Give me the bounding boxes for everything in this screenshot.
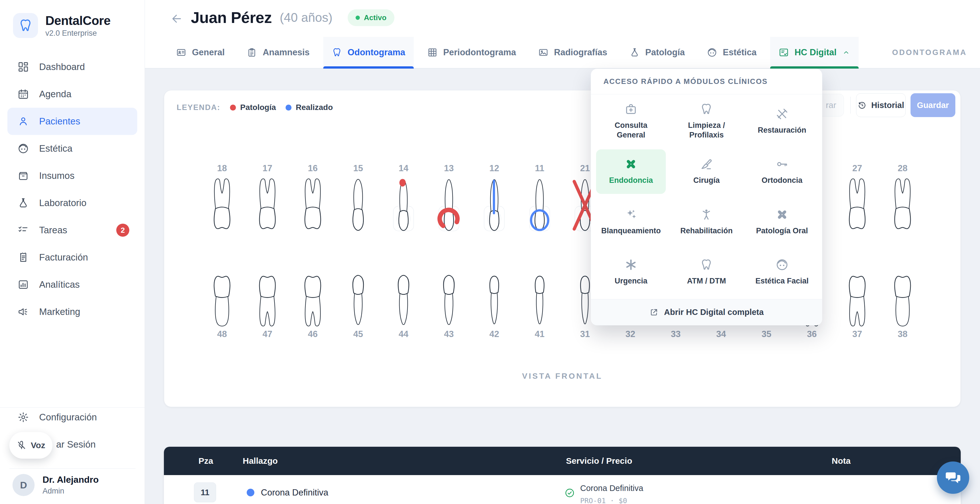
chat-icon xyxy=(945,469,962,486)
module-urgencia[interactable]: Urgencia xyxy=(596,250,666,295)
external-icon xyxy=(649,308,659,317)
asterisk-icon xyxy=(624,258,638,271)
legend-label: LEYENDA: xyxy=(177,103,220,112)
legend-dot xyxy=(286,105,291,111)
module-ortodoncia[interactable]: Ortodoncia xyxy=(747,149,817,194)
tooth-15[interactable]: 15 xyxy=(336,163,381,242)
tab-hc_digital[interactable]: HC Digital xyxy=(770,37,859,68)
tooth-45[interactable]: 45 xyxy=(336,262,381,342)
module-consulta-general[interactable]: Consulta General xyxy=(596,99,666,144)
sidebar-item-agenda[interactable]: Agenda xyxy=(7,81,137,108)
tab-general[interactable]: General xyxy=(168,37,233,68)
tooth-16[interactable]: 16 xyxy=(290,163,336,242)
dashboard-icon xyxy=(18,61,29,73)
mic-off-icon xyxy=(16,440,27,450)
voice-toggle-pill[interactable]: Voz xyxy=(10,432,52,459)
tooth-43[interactable]: 43 xyxy=(426,262,472,342)
quick-access-dropdown: ACCESO RÁPIDO A MÓDULOS CLÍNICOS Consult… xyxy=(591,68,822,326)
sidebar-item-tareas[interactable]: Tareas2 xyxy=(7,216,137,244)
chat-fab-button[interactable] xyxy=(937,461,969,494)
tab-radiografias[interactable]: Radiografías xyxy=(530,37,616,68)
tooth-icon xyxy=(18,18,33,33)
tooth-13[interactable]: 13 xyxy=(426,163,472,242)
sidebar-item-marketing[interactable]: Marketing xyxy=(7,298,137,326)
tab-estetica[interactable]: Estética xyxy=(698,37,765,68)
module-blanqueamiento[interactable]: Blanqueamiento xyxy=(596,200,666,244)
sidebar-item-facturacion[interactable]: Facturación xyxy=(7,244,137,271)
module-atm-dtm[interactable]: ATM / DTM xyxy=(671,250,741,295)
sidebar-item-configuracion[interactable]: Configuración xyxy=(7,404,137,431)
tooth-42[interactable]: 42 xyxy=(472,262,517,342)
checklist-icon xyxy=(18,224,29,236)
historial-button[interactable]: Historial xyxy=(856,93,906,117)
back-button[interactable] xyxy=(168,10,185,27)
person-icon xyxy=(700,208,713,221)
patient-name: Juan Pérez xyxy=(191,8,272,27)
open-hc-digital-link[interactable]: Abrir HC Digital completa xyxy=(591,299,822,325)
tooth-number: 34 xyxy=(716,329,726,342)
tooth-46[interactable]: 46 xyxy=(290,262,336,342)
tooth-41[interactable]: 41 xyxy=(517,262,562,342)
tooth-37[interactable]: 37 xyxy=(835,262,880,342)
sidebar-item-label: Analíticas xyxy=(39,279,80,290)
module-label: Ortodoncia xyxy=(758,176,807,185)
megaphone-icon xyxy=(18,306,29,318)
tools-icon xyxy=(776,107,789,121)
module-restauraci-n[interactable]: Restauración xyxy=(747,99,817,144)
tooth-17[interactable]: 17 xyxy=(245,163,290,242)
legend-dot xyxy=(230,105,236,111)
module-limpieza-profilaxis[interactable]: Limpieza / Profilaxis xyxy=(671,99,741,144)
tab-anamnesis[interactable]: Anamnesis xyxy=(238,37,318,68)
quick-access-grid: Consulta GeneralLimpieza / ProfilaxisRes… xyxy=(591,94,822,299)
module-cell: Consulta General xyxy=(593,96,669,146)
tooth-icon xyxy=(700,258,713,271)
tooth-47[interactable]: 47 xyxy=(245,262,290,342)
tooth-number: 27 xyxy=(853,163,862,176)
tooth-11[interactable]: 11 xyxy=(517,163,562,242)
sidebar-bottom: Configuración xyxy=(7,404,137,431)
module-est-tica-facial[interactable]: Estética Facial xyxy=(747,250,817,295)
sidebar-item-logout-partial[interactable]: ar Sesión xyxy=(56,439,95,450)
module-cirug-a[interactable]: Cirugía xyxy=(671,149,741,194)
module-endodoncia[interactable]: Endodoncia xyxy=(596,149,666,194)
logo-tooth-icon xyxy=(13,13,38,38)
user-profile[interactable]: D Dr. Alejandro Admin xyxy=(13,474,99,496)
sidebar-item-laboratorio[interactable]: Laboratorio xyxy=(7,189,137,216)
tooth-48[interactable]: 48 xyxy=(199,262,245,342)
guardar-button[interactable]: Guardar xyxy=(910,93,955,117)
legend-item: Realizado xyxy=(286,103,333,112)
tooth-27[interactable]: 27 xyxy=(835,163,880,242)
tab-odontograma[interactable]: Odontograma xyxy=(323,37,414,68)
sidebar-item-analiticas[interactable]: Analíticas xyxy=(7,271,137,298)
clipboard-icon xyxy=(247,47,257,57)
sidebar-item-pacientes[interactable]: Pacientes xyxy=(7,108,137,135)
tooth-number: 32 xyxy=(625,329,635,342)
sidebar-item-label: Tareas xyxy=(39,225,67,235)
flask-icon xyxy=(18,197,29,208)
sidebar-item-insumos[interactable]: Insumos xyxy=(7,162,137,189)
sidebar: DentalCore v2.0 Enterprise DashboardAgen… xyxy=(0,0,145,504)
tooth-18[interactable]: 18 xyxy=(199,163,245,242)
pza-chip: 11 xyxy=(194,482,216,502)
chevron-up-icon xyxy=(842,48,850,56)
app-title: DentalCore xyxy=(45,14,111,28)
bandaids-icon xyxy=(624,157,638,171)
table-row[interactable]: 11Corona DefinitivaCorona DefinitivaPRO-… xyxy=(164,475,961,504)
tooth-44[interactable]: 44 xyxy=(381,262,426,342)
tooth-number: 33 xyxy=(671,329,681,342)
tooth-number: 14 xyxy=(399,163,408,176)
module-rehabilitaci-n[interactable]: Rehabilitación xyxy=(671,200,741,244)
receipt-icon xyxy=(18,252,29,263)
tabs-bar: GeneralAnamnesisOdontogramaPeriodontogra… xyxy=(145,37,980,68)
tooth-28[interactable]: 28 xyxy=(880,163,925,242)
sidebar-item-label: Estética xyxy=(39,143,72,154)
tooth-14[interactable]: 14 xyxy=(381,163,426,242)
tab-periodontograma[interactable]: Periodontograma xyxy=(419,37,525,68)
tooth-38[interactable]: 38 xyxy=(880,262,925,342)
sidebar-item-dashboard[interactable]: Dashboard xyxy=(7,53,137,81)
module-patolog-a-oral[interactable]: Patología Oral xyxy=(747,200,817,244)
tab-label: Anamnesis xyxy=(262,47,309,57)
tab-patologia[interactable]: Patología xyxy=(621,37,694,68)
sidebar-item-estetica[interactable]: Estética xyxy=(7,135,137,162)
tooth-12[interactable]: 12 xyxy=(472,163,517,242)
